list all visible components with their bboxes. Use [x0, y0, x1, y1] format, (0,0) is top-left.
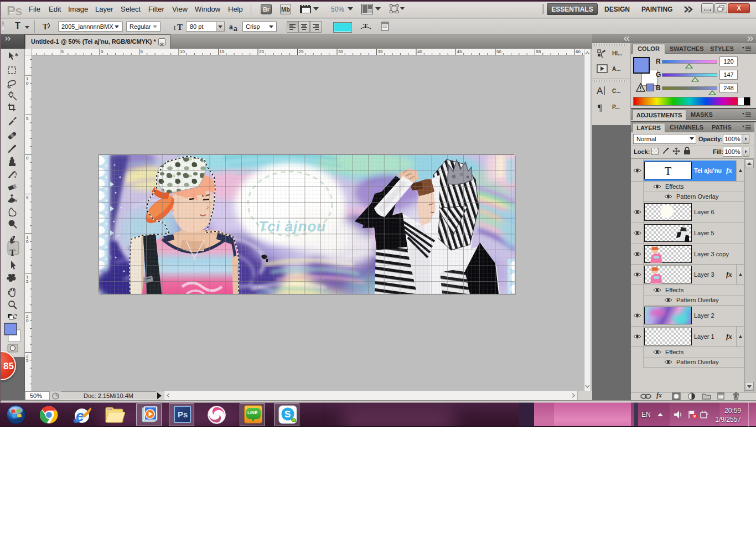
svg-text:5: 5 [61, 49, 64, 54]
svg-text:0: 0 [26, 156, 29, 161]
svg-text:5: 5 [26, 279, 29, 284]
svg-text:a: a [234, 25, 237, 32]
svg-text:35: 35 [378, 49, 383, 54]
svg-text:t: t [174, 24, 175, 31]
svg-text:40: 40 [417, 49, 422, 54]
svg-text:T: T [9, 248, 15, 257]
svg-text:S: S [284, 409, 291, 420]
svg-text:5: 5 [26, 358, 29, 363]
svg-text:T: T [363, 22, 368, 30]
svg-text:5: 5 [141, 49, 143, 54]
svg-text:0: 0 [26, 239, 29, 244]
svg-text:T: T [43, 23, 48, 31]
svg-text:5: 5 [26, 195, 29, 200]
svg-text:20: 20 [259, 49, 264, 54]
svg-text:55: 55 [536, 49, 541, 54]
svg-text:5: 5 [26, 116, 29, 121]
svg-text:A: A [597, 86, 603, 96]
svg-text:25: 25 [299, 49, 304, 54]
svg-text:10: 10 [180, 49, 185, 54]
svg-text:30: 30 [338, 49, 343, 54]
svg-text:a: a [229, 23, 233, 31]
svg-text:0: 0 [26, 81, 29, 86]
svg-text:60: 60 [576, 49, 581, 54]
svg-text:0: 0 [101, 49, 103, 54]
svg-text:50: 50 [496, 49, 501, 54]
svg-text:15: 15 [220, 49, 225, 54]
svg-text:¶: ¶ [598, 102, 602, 113]
svg-text:0: 0 [26, 318, 29, 323]
svg-text:45: 45 [457, 49, 462, 54]
svg-text:T: T [177, 23, 183, 32]
